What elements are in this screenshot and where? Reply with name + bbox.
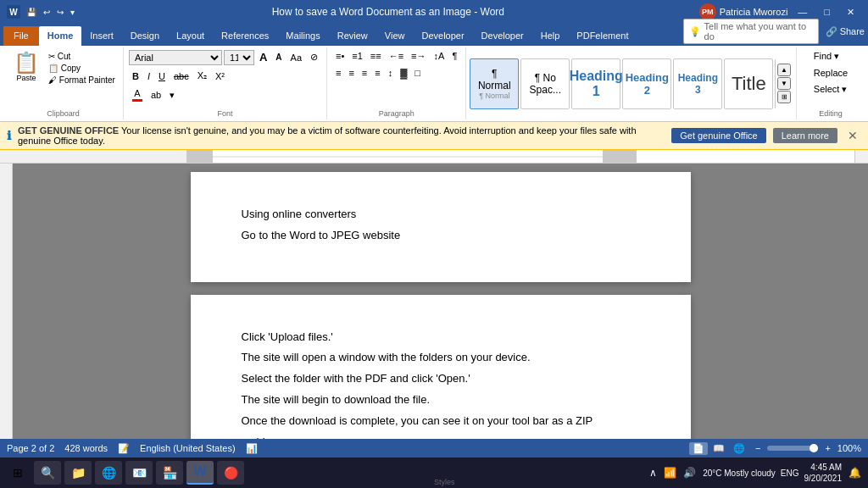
grow-font-button[interactable]: A — [256, 49, 270, 65]
bullets-button[interactable]: ≡• — [332, 49, 348, 63]
line-spacing-button[interactable]: ↕ — [385, 66, 397, 80]
strikethrough-button[interactable]: abc — [170, 69, 192, 83]
tab-view[interactable]: View — [376, 26, 414, 46]
tab-references[interactable]: References — [213, 26, 277, 46]
decrease-indent-button[interactable]: ←≡ — [386, 49, 407, 63]
style-heading2[interactable]: Heading 2 — [622, 58, 671, 109]
window-title: How to save a Word Document as an Image … — [272, 6, 504, 18]
find-button[interactable]: Find ▾ — [810, 49, 843, 64]
underline-button[interactable]: U — [155, 69, 169, 83]
learn-more-button[interactable]: Learn more — [773, 128, 837, 143]
document-page-1[interactable]: Using online converters Go to the Word t… — [191, 172, 691, 282]
tab-design[interactable]: Design — [122, 26, 168, 46]
tab-insert[interactable]: Insert — [81, 26, 122, 46]
style-heading1[interactable]: Heading 1 — [571, 58, 620, 109]
styles-scroll-down[interactable]: ▼ — [777, 77, 791, 90]
undo-quick-btn[interactable]: ↩ — [41, 7, 53, 18]
styles-expand[interactable]: ⊞ — [777, 91, 791, 103]
tab-help[interactable]: Help — [532, 26, 569, 46]
font-label: Font — [217, 109, 232, 118]
start-button[interactable]: ⊞ — [5, 461, 31, 485]
customize-quick-btn[interactable]: ▾ — [68, 7, 77, 18]
style-title[interactable]: Title — [724, 58, 773, 109]
user-area[interactable]: PM Patricia Mworozi — [699, 3, 788, 20]
language-indicator[interactable]: English (United States) — [140, 443, 236, 453]
chevron-icon[interactable]: ∧ — [648, 465, 659, 480]
close-button[interactable]: ✕ — [840, 5, 861, 19]
document-area[interactable]: Using online converters Go to the Word t… — [13, 164, 868, 439]
zoom-out-button[interactable]: − — [755, 443, 760, 453]
font-size-select[interactable]: 11 — [224, 50, 254, 65]
read-view-button[interactable]: 📖 — [709, 442, 728, 455]
system-clock[interactable]: 4:45 AM 9/20/2021 — [804, 462, 843, 484]
minimize-button[interactable]: — — [791, 5, 814, 19]
get-genuine-button[interactable]: Get genuine Office — [671, 128, 766, 143]
superscript-button[interactable]: X² — [212, 69, 228, 83]
taskbar-search[interactable]: 🔍 — [34, 461, 61, 485]
align-left-button[interactable]: ≡ — [332, 66, 344, 80]
title-bar-right: PM Patricia Mworozi — □ ✕ — [699, 3, 861, 20]
maximize-button[interactable]: □ — [817, 5, 837, 19]
web-view-button[interactable]: 🌐 — [730, 442, 748, 455]
document-page-2[interactable]: Click 'Upload files.' The site will open… — [191, 295, 691, 439]
zoom-slider[interactable] — [767, 446, 818, 451]
notification-center-icon[interactable]: 🔔 — [847, 465, 863, 480]
network-icon[interactable]: 📶 — [662, 465, 678, 480]
taskbar-app-extra[interactable]: 🔴 — [217, 461, 244, 485]
font-extra-btn[interactable]: ▾ — [166, 88, 178, 103]
clipboard-label: Clipboard — [47, 109, 80, 118]
align-center-button[interactable]: ≡ — [345, 66, 357, 80]
zoom-in-button[interactable]: + — [825, 443, 830, 453]
format-painter-button[interactable]: 🖌 Format Painter — [46, 75, 118, 86]
font-name-select[interactable]: Arial — [129, 50, 222, 65]
clear-format-button[interactable]: ⊘ — [307, 50, 321, 64]
case-button[interactable]: Aa — [287, 51, 305, 64]
replace-button[interactable]: Replace — [810, 66, 851, 80]
copy-button[interactable]: 📋 Copy — [46, 63, 118, 74]
shrink-font-button[interactable]: A — [272, 51, 285, 64]
taskbar-edge[interactable]: 🌐 — [95, 461, 122, 485]
tab-mailings[interactable]: Mailings — [277, 26, 328, 46]
align-right-button[interactable]: ≡ — [359, 66, 370, 80]
tab-home[interactable]: Home — [39, 26, 82, 46]
tell-me-input[interactable]: 💡 Tell me what you want to do — [683, 19, 819, 44]
taskbar-file-explorer[interactable]: 📁 — [64, 461, 92, 485]
save-quick-btn[interactable]: 💾 — [24, 7, 39, 18]
increase-indent-button[interactable]: ≡→ — [408, 49, 429, 63]
user-name: Patricia Mworozi — [720, 7, 788, 17]
text-color-button[interactable]: A — [129, 86, 146, 103]
sort-button[interactable]: ↕A — [431, 49, 448, 63]
style-heading3[interactable]: Heading 3 — [673, 58, 722, 109]
style-no-spacing[interactable]: ¶ No Spac... — [520, 58, 570, 109]
tab-review[interactable]: Review — [329, 26, 376, 46]
tab-developer1[interactable]: Developer — [413, 26, 472, 46]
tab-layout[interactable]: Layout — [168, 26, 213, 46]
multilevel-button[interactable]: ≡≡ — [367, 49, 385, 63]
print-view-button[interactable]: 📄 — [689, 442, 708, 455]
redo-quick-btn[interactable]: ↪ — [54, 7, 66, 18]
volume-icon[interactable]: 🔊 — [682, 465, 698, 480]
tab-file[interactable]: File — [3, 26, 39, 46]
bold-button[interactable]: B — [129, 69, 142, 83]
select-button[interactable]: Select ▾ — [810, 82, 851, 97]
subscript-button[interactable]: X₂ — [194, 69, 210, 83]
borders-button[interactable]: □ — [411, 66, 424, 80]
paste-button[interactable]: 📋 Paste — [8, 49, 44, 86]
cut-button[interactable]: ✂ Cut — [46, 51, 118, 62]
zoom-level[interactable]: 100% — [837, 443, 861, 453]
numbering-button[interactable]: ≡1 — [348, 49, 366, 63]
show-hide-button[interactable]: ¶ — [448, 49, 460, 63]
highlight-button[interactable]: ab — [147, 88, 164, 102]
styles-scroll-up[interactable]: ▲ — [777, 64, 791, 76]
taskbar-store[interactable]: 🏪 — [156, 461, 183, 485]
italic-button[interactable]: I — [144, 69, 153, 83]
taskbar-word[interactable]: W — [186, 461, 214, 485]
style-normal[interactable]: ¶ Normal ¶ Normal — [470, 58, 519, 109]
tab-developer2[interactable]: Developer — [473, 26, 532, 46]
notification-close-button[interactable]: ✕ — [844, 129, 861, 142]
justify-button[interactable]: ≡ — [371, 66, 383, 80]
shading-button[interactable]: ▓ — [397, 66, 410, 80]
taskbar-mail[interactable]: 📧 — [125, 461, 153, 485]
tab-pdfelement[interactable]: PDFelement — [568, 26, 637, 46]
share-button[interactable]: 🔗 Share — [826, 26, 865, 37]
